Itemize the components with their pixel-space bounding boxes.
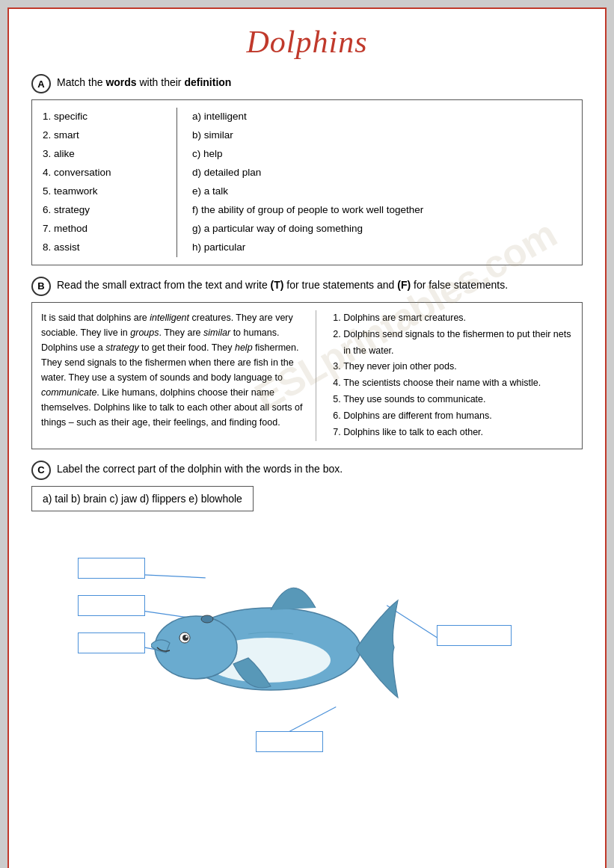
- def-h: h) particular: [192, 238, 571, 257]
- statement-1: Dolphins are smart creatures.: [343, 310, 573, 327]
- word-7: 7. method: [43, 220, 169, 238]
- word-6: 6. strategy: [43, 201, 169, 220]
- section-a: A Match the words with their definition …: [31, 73, 583, 265]
- section-b-label: B: [31, 277, 51, 296]
- svg-point-11: [201, 615, 213, 623]
- section-a-header: A Match the words with their definition: [31, 73, 583, 93]
- extract-text: It is said that dolphins are intelligent…: [41, 310, 316, 441]
- dolphin-illustration: [151, 537, 405, 746]
- statement-6: Dolphins are different from humans.: [343, 408, 573, 425]
- def-d: d) detailed plan: [192, 164, 571, 182]
- word-3: 3. alike: [43, 145, 169, 164]
- label-tail[interactable]: [256, 731, 323, 752]
- page: ESLprintables.com Dolphins A Match the w…: [7, 7, 607, 868]
- section-b-content: It is said that dolphins are intelligent…: [31, 302, 583, 449]
- label-flippers[interactable]: [78, 632, 145, 653]
- def-b: b) similar: [192, 126, 571, 145]
- statement-7: Dolphins like to talk to each other.: [343, 425, 573, 441]
- section-a-label: A: [31, 74, 51, 93]
- svg-point-9: [182, 635, 188, 641]
- def-f: f) the ability of group of people to wor…: [192, 201, 571, 220]
- section-c: C Label the correct part of the dolphin …: [31, 460, 583, 769]
- def-a: a) intelligent: [192, 108, 571, 126]
- word-1: 1. specific: [43, 108, 169, 126]
- label-brain[interactable]: [78, 558, 145, 579]
- svg-point-10: [185, 635, 188, 638]
- section-b: B Read the small extract from the text a…: [31, 276, 583, 449]
- label-blowhole[interactable]: [437, 625, 512, 646]
- statement-3: They never join other pods.: [343, 359, 573, 375]
- T-bold: (T): [271, 279, 284, 291]
- section-c-header: C Label the correct part of the dolphin …: [31, 460, 583, 480]
- statement-4: The scientists choose their name with a …: [343, 375, 573, 392]
- statement-2: Dolphins send signals to the fishermen t…: [343, 327, 573, 360]
- F-bold: (F): [397, 279, 411, 291]
- section-b-instruction: Read the small extract from the text and…: [57, 276, 508, 293]
- statement-5: They use sounds to communicate.: [343, 392, 573, 408]
- section-a-instruction: Match the words with their definition: [57, 73, 231, 90]
- label-jaw[interactable]: [78, 595, 145, 616]
- word-2: 2. smart: [43, 126, 169, 145]
- word-box: a) tail b) brain c) jaw d) flippers e) b…: [31, 486, 254, 511]
- word-4: 4. conversation: [43, 164, 169, 182]
- def-g: g) a particular way of doing something: [192, 220, 571, 238]
- section-c-label: C: [31, 461, 51, 480]
- match-container: 1. specific 2. smart 3. alike 4. convers…: [31, 99, 583, 265]
- statements-list: Dolphins are smart creatures. Dolphins s…: [324, 310, 573, 441]
- word-bold: words: [105, 76, 136, 88]
- match-left: 1. specific 2. smart 3. alike 4. convers…: [43, 108, 177, 257]
- def-bold: definition: [184, 76, 231, 88]
- dolphin-area: [31, 522, 583, 769]
- page-title: Dolphins: [31, 24, 583, 60]
- def-e: e) a talk: [192, 182, 571, 201]
- word-5: 5. teamwork: [43, 182, 169, 201]
- section-c-instruction: Label the correct part of the dolphin wi…: [57, 460, 343, 477]
- word-8: 8. assist: [43, 238, 169, 257]
- match-right: a) intelligent b) similar c) help d) det…: [177, 108, 571, 257]
- def-c: c) help: [192, 145, 571, 164]
- section-b-header: B Read the small extract from the text a…: [31, 276, 583, 296]
